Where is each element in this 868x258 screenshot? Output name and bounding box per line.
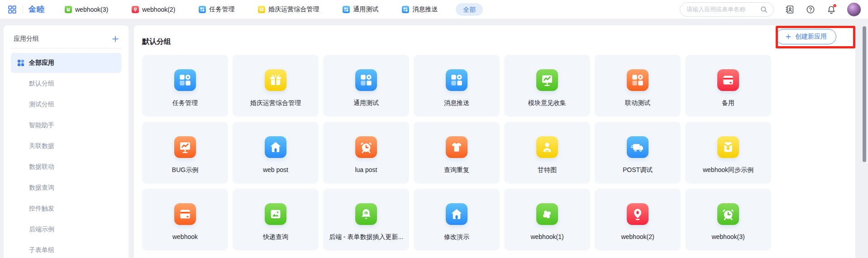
scrollbar-thumb[interactable] (863, 26, 866, 162)
notification-dot (833, 4, 836, 7)
search-box[interactable] (680, 2, 774, 17)
app-card-label: 通用测试 (353, 99, 379, 107)
divider (23, 5, 23, 14)
app-card-label: webhook(2) (621, 233, 654, 240)
notifications-bell-icon[interactable] (826, 5, 836, 14)
sidebar-item-label: 控件触发 (29, 205, 54, 213)
app-card-label: webhook同步示例 (703, 166, 754, 174)
topbar-right (680, 2, 861, 17)
app-card-label: 查询重复 (444, 166, 469, 174)
topbar-tab[interactable]: webhook(3) (65, 6, 108, 13)
gift-icon (258, 6, 265, 13)
app-card-label: 模块意见收集 (528, 99, 566, 107)
topbar-tab[interactable]: 消息推送 (402, 5, 438, 14)
app-grid: 任务管理 婚庆运营综合管理 通用测试 消息推送 模块意见收集 联动测试 备用 B… (142, 55, 771, 251)
app-card[interactable]: 婚庆运营综合管理 (233, 55, 319, 117)
apps-grid-icon (17, 59, 24, 67)
sidebar-item[interactable]: 数据查询 (11, 178, 121, 198)
sidebar-item-label: 关联数据 (29, 142, 54, 150)
location-pin-icon (132, 6, 139, 13)
search-input[interactable] (687, 6, 757, 13)
app-card[interactable]: 联动测试 (595, 55, 681, 117)
sidebar-item[interactable]: 全部应用 (11, 53, 121, 73)
add-group-icon[interactable] (111, 35, 119, 43)
app-card-label: webhook(1) (530, 233, 563, 240)
search-icon[interactable] (760, 5, 768, 14)
sidebar-item[interactable]: 默认分组 (11, 74, 121, 94)
app-card[interactable]: POST调试 (595, 122, 681, 184)
topbar-tab-label: 婚庆运营综合管理 (268, 5, 319, 14)
main-panel: 默认分组 创建新应用 任务管理 婚庆运营综合管理 通用测试 消息推送 模块意见收… (134, 25, 855, 258)
grid-icon (355, 69, 377, 91)
user-avatar[interactable] (847, 3, 861, 16)
topbar-tabs: webhook(3) webhook(2) 任务管理 婚庆运营综合管理 通用测试… (65, 5, 438, 14)
app-card[interactable]: webhook (142, 189, 228, 251)
sidebar-item[interactable]: 子表单组 (11, 240, 121, 258)
sidebar-item[interactable]: 控件触发 (11, 199, 121, 219)
app-card[interactable]: BUG示例 (142, 122, 228, 184)
app-card-label: 修改演示 (444, 233, 469, 241)
create-app-button[interactable]: 创建新应用 (776, 29, 836, 44)
app-card[interactable]: 甘特图 (504, 122, 590, 184)
app-card[interactable]: 后端 - 表单数据插入更新... (323, 189, 409, 251)
topbar-tab[interactable]: webhook(2) (132, 6, 175, 13)
app-card[interactable]: webhook(3) (685, 189, 771, 251)
app-card-label: lua post (355, 166, 377, 173)
sidebar-header: 应用分组 (11, 25, 121, 45)
app-card-label: 备用 (722, 99, 734, 107)
topbar-tab[interactable]: 任务管理 (199, 5, 234, 14)
grid-icon (199, 6, 206, 13)
app-card-label: 快递查询 (263, 233, 288, 241)
board-chart-icon (174, 136, 196, 158)
all-apps-pill[interactable]: 全部 (456, 3, 483, 16)
app-card[interactable]: ¥webhook同步示例 (685, 122, 771, 184)
app-card[interactable]: 备用 (685, 55, 771, 117)
apps-menu-icon[interactable] (7, 5, 17, 14)
app-card-label: webhook (172, 233, 198, 240)
sidebar-item-label: 后端示例 (29, 225, 54, 234)
app-card[interactable]: 通用测试 (323, 55, 409, 117)
app-card-label: BUG示例 (172, 166, 198, 174)
sidebar-item[interactable]: 智能助手 (11, 115, 121, 135)
app-card[interactable]: 消息推送 (414, 55, 500, 117)
app-card[interactable]: 快递查询 (233, 189, 319, 251)
topbar-tab-label: 通用测试 (353, 5, 378, 14)
wallet-card-icon (717, 69, 739, 91)
sidebar-item[interactable]: 后端示例 (11, 220, 121, 239)
truck-icon (627, 136, 649, 158)
brand-logo[interactable]: 金睦 (29, 4, 45, 14)
topbar-tab-label: webhook(2) (142, 6, 175, 13)
gift-icon (265, 69, 286, 91)
sidebar-item[interactable]: 数据联动 (11, 157, 121, 177)
app-card[interactable]: web post (233, 122, 319, 184)
home-icon (265, 136, 286, 158)
logo-area: 金睦 (7, 4, 45, 14)
app-card-label: 任务管理 (172, 99, 198, 107)
topbar-tab[interactable]: 通用测试 (343, 5, 378, 14)
app-card[interactable]: 修改演示 (414, 189, 500, 251)
bell-icon (355, 203, 377, 225)
app-card[interactable]: 模块意见收集 (504, 55, 590, 117)
topbar-tab-label: webhook(3) (75, 6, 108, 13)
sidebar-item[interactable]: 关联数据 (11, 136, 121, 156)
app-card-label: 婚庆运营综合管理 (250, 99, 301, 107)
app-card-label: web post (263, 166, 288, 173)
app-card-label: 甘特图 (538, 166, 557, 174)
app-card[interactable]: 查询重复 (414, 122, 500, 184)
topbar-tab-label: 任务管理 (209, 5, 234, 14)
person-icon (536, 136, 558, 158)
app-card[interactable]: webhook(2) (595, 189, 681, 251)
sidebar-item[interactable]: 测试分组 (11, 95, 121, 115)
sidebar: 应用分组 全部应用默认分组测试分组智能助手关联数据数据联动数据查询控件触发后端示… (4, 25, 129, 258)
app-card[interactable]: lua post (323, 122, 409, 184)
home-icon (446, 203, 467, 225)
help-icon[interactable] (806, 5, 816, 14)
app-card[interactable]: 任务管理 (142, 55, 228, 117)
create-app-label: 创建新应用 (795, 33, 827, 41)
topbar-tab-label: 消息推送 (412, 5, 438, 14)
address-book-icon[interactable] (785, 5, 795, 14)
topbar-tab[interactable]: 婚庆运营综合管理 (258, 5, 319, 14)
app-card[interactable]: webhook(1) (504, 189, 590, 251)
app-card-label: 消息推送 (444, 99, 469, 107)
wallet-card-icon (174, 203, 196, 225)
